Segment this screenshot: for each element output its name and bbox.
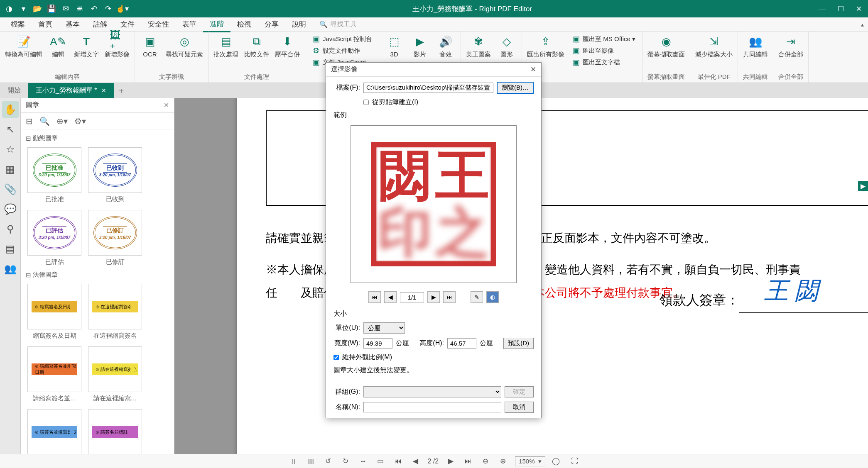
attachment-tool[interactable]: 📎	[2, 181, 19, 197]
pick-color-icon[interactable]: ✎	[471, 291, 483, 303]
maximize-icon[interactable]: ☐	[831, 0, 850, 17]
hand-tool[interactable]: ✋	[2, 101, 19, 118]
collapse-all-icon[interactable]: ⊟	[26, 116, 33, 126]
tab-start[interactable]: 開始	[0, 83, 28, 98]
thumbnails-tool[interactable]: ▦	[2, 161, 19, 178]
default-button[interactable]: 預設(D)	[503, 338, 534, 349]
open-icon[interactable]: 📂	[31, 2, 44, 15]
name-input[interactable]	[363, 402, 501, 412]
export-txt-button[interactable]: ▣匯出至文字檔	[570, 57, 637, 67]
export-img-button[interactable]: ▣匯出至影像	[570, 46, 637, 56]
video-button[interactable]: ▶影片	[410, 34, 430, 58]
category-legal[interactable]: ⊟ 法律圖章	[24, 269, 171, 280]
tab-basic[interactable]: 基本	[59, 17, 86, 32]
comment-tool[interactable]: 💬	[2, 201, 19, 217]
stamp-item[interactable]: ⊙ 縮寫簽名及日期縮寫簽名及日期	[27, 284, 81, 340]
batch-button[interactable]: ▤批次處理	[213, 34, 238, 58]
rotate-icon[interactable]: ◐	[486, 291, 499, 303]
zoom-out-icon[interactable]: ⊖	[480, 456, 491, 467]
reduce-button[interactable]: ⇲減少檔案大小	[695, 34, 733, 58]
tab-view[interactable]: 檢視	[230, 17, 258, 32]
add-text-button[interactable]: T新增文字	[74, 34, 99, 58]
unit-select[interactable]: 公厘	[363, 322, 405, 334]
capture-button[interactable]: ◉螢幕擷取畫面	[647, 34, 685, 58]
minimize-icon[interactable]: —	[813, 0, 831, 17]
select-tool[interactable]: ↖	[2, 121, 19, 138]
ok-button[interactable]: 確定	[505, 386, 534, 397]
first-page-icon[interactable]: ⏮	[368, 291, 381, 303]
stamp-item[interactable]: ⊙ 請在這裡縮寫簽名請在這裡縮寫…	[88, 346, 142, 402]
shapes-button[interactable]: ◇圖形	[497, 34, 517, 58]
first-icon[interactable]: ⏮	[392, 456, 403, 467]
tab-file[interactable]: 檔案	[4, 17, 32, 32]
width-input[interactable]	[363, 338, 392, 349]
zoom-icon[interactable]: 🔍	[39, 116, 50, 126]
scroll-right-icon[interactable]: ▶	[858, 181, 868, 191]
tab-current-doc[interactable]: 王小力_勞務報酬單 *✕	[28, 83, 114, 98]
suspects-button[interactable]: ◎尋找可疑元素	[166, 34, 203, 58]
tab-advanced[interactable]: 進階	[203, 17, 230, 32]
add-image-button[interactable]: 🖼⁺新增影像	[105, 34, 130, 58]
stamp-item[interactable]: 已收到3:20 pm, 1/18/07已收到	[88, 147, 142, 203]
file-path-input[interactable]	[363, 83, 493, 93]
doc-actions-button[interactable]: ⚙設定文件動作	[310, 46, 374, 56]
compare-button[interactable]: ⧉比較文件	[244, 34, 269, 58]
tab-help[interactable]: 說明	[285, 17, 313, 32]
3d-button[interactable]: ⬚3D	[384, 34, 404, 58]
cancel-button[interactable]: 取消	[505, 402, 534, 413]
page-nav-input[interactable]	[400, 292, 424, 302]
zoom-in-icon[interactable]: ⊕	[498, 456, 508, 467]
collab-tool[interactable]: 👥	[2, 261, 19, 277]
flatten-button[interactable]: ⬇壓平合併	[275, 34, 300, 58]
dialog-close-icon[interactable]: ✕	[530, 65, 536, 74]
fit-page-icon[interactable]: ▭	[375, 456, 386, 467]
keep-ratio-checkbox[interactable]	[333, 355, 339, 360]
tab-home[interactable]: 首頁	[32, 17, 59, 32]
email-icon[interactable]: ✉	[59, 2, 72, 15]
last-page-icon[interactable]: ⏭	[443, 291, 456, 303]
fullscreen-icon[interactable]: ⛶	[569, 456, 580, 467]
ocr-button[interactable]: ▣OCR	[140, 34, 160, 58]
bookmark-tool[interactable]: ☆	[2, 141, 19, 158]
stamp-item[interactable]: 已修訂3:20 pm, 1/18/07已修訂	[88, 210, 142, 266]
last-icon[interactable]: ⏭	[463, 456, 473, 467]
clipart-button[interactable]: ✾美工圖案	[466, 34, 491, 58]
audio-button[interactable]: 🔊音效	[436, 34, 456, 58]
stamp-tool[interactable]: ⚲	[2, 221, 19, 237]
new-tab-button[interactable]: ＋	[114, 85, 129, 96]
from-clipboard-checkbox[interactable]	[363, 100, 369, 105]
next-icon[interactable]: ▶	[445, 456, 456, 467]
stamp-item[interactable]: ⊙ 請縮寫簽名並填寫日期請縮寫簽名並…	[27, 346, 81, 402]
tab-close-icon[interactable]: ✕	[101, 87, 106, 94]
stamp-item[interactable]: ⊙ 請簽名並填寫日期	[27, 409, 81, 454]
view-single-icon[interactable]: ▯	[288, 456, 299, 467]
print-icon[interactable]: 🖶	[73, 2, 86, 15]
collapse-ribbon-icon[interactable]: ▴	[861, 21, 864, 28]
export-ms-button[interactable]: ▣匯出至 MS Office ▾	[570, 34, 637, 44]
convert-editable-button[interactable]: 📝轉換為可編輯	[5, 34, 42, 58]
hand-icon[interactable]: ☝▾	[115, 2, 129, 15]
next-page-icon[interactable]: ▶	[427, 291, 440, 303]
edit-button[interactable]: A✎編輯	[48, 34, 68, 58]
browse-button[interactable]: 瀏覽(B)…	[497, 82, 534, 94]
height-input[interactable]	[447, 338, 476, 349]
merge-button[interactable]: ⇥合併全部	[778, 34, 803, 58]
close-icon[interactable]: ✕	[850, 0, 868, 17]
stamp-item[interactable]: ⊙ 在這裡縮寫簽名在這裡縮寫簽名	[88, 284, 142, 340]
rotate-ccw-icon[interactable]: ↺	[323, 456, 333, 467]
undo-icon[interactable]: ↶	[87, 2, 101, 15]
panel-close-icon[interactable]: ✕	[164, 101, 169, 109]
tab-forms[interactable]: 表單	[176, 17, 203, 32]
stamp-item[interactable]: 已批准3:20 pm, 1/18/07已批准	[27, 147, 81, 203]
view-continuous-icon[interactable]: ▥	[305, 456, 316, 467]
category-dynamic[interactable]: ⊟ 動態圖章	[24, 133, 171, 144]
stamp-item[interactable]: 已評估3:20 pm, 1/18/07已評估	[27, 210, 81, 266]
collab-button[interactable]: 👥共同編輯	[743, 34, 768, 58]
redo-icon[interactable]: ↷	[101, 2, 115, 15]
prev-page-icon[interactable]: ◀	[384, 291, 397, 303]
zoom-select[interactable]: 150%▾	[515, 456, 545, 466]
save-icon[interactable]: 💾	[45, 2, 58, 15]
page-indicator[interactable]: 2 /2	[427, 458, 439, 465]
group-select[interactable]	[363, 386, 501, 397]
tab-share[interactable]: 分享	[258, 17, 285, 32]
